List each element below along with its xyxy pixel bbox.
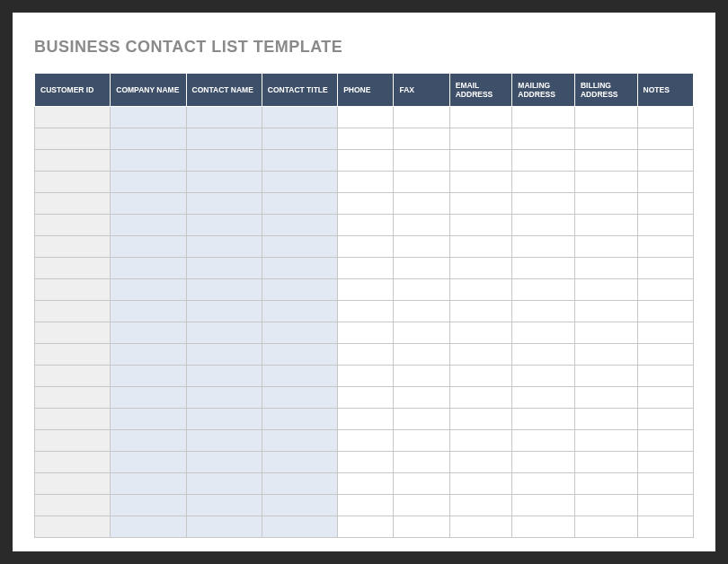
table-cell[interactable] xyxy=(449,409,512,430)
table-cell[interactable] xyxy=(394,107,449,128)
table-cell[interactable] xyxy=(449,430,512,452)
table-cell[interactable] xyxy=(111,409,186,430)
table-cell[interactable] xyxy=(186,215,262,236)
table-cell[interactable] xyxy=(394,128,449,150)
table-cell[interactable] xyxy=(449,366,512,387)
table-cell[interactable] xyxy=(574,215,637,236)
table-cell[interactable] xyxy=(262,258,337,279)
table-cell[interactable] xyxy=(512,107,575,128)
table-cell[interactable] xyxy=(262,452,337,473)
table-cell[interactable] xyxy=(338,430,394,452)
table-cell[interactable] xyxy=(186,236,262,258)
table-cell[interactable] xyxy=(637,279,693,301)
table-cell[interactable] xyxy=(449,279,512,301)
table-cell[interactable] xyxy=(262,107,337,128)
table-cell[interactable] xyxy=(449,215,512,236)
table-cell[interactable] xyxy=(449,452,512,473)
table-cell[interactable] xyxy=(262,516,337,538)
table-cell[interactable] xyxy=(35,128,111,150)
table-cell[interactable] xyxy=(338,258,394,279)
table-cell[interactable] xyxy=(35,150,111,172)
table-cell[interactable] xyxy=(186,193,262,215)
table-cell[interactable] xyxy=(338,452,394,473)
table-cell[interactable] xyxy=(35,452,111,473)
table-cell[interactable] xyxy=(637,516,693,538)
table-cell[interactable] xyxy=(111,452,186,473)
table-cell[interactable] xyxy=(262,215,337,236)
table-cell[interactable] xyxy=(338,193,394,215)
table-cell[interactable] xyxy=(186,301,262,322)
table-cell[interactable] xyxy=(449,473,512,495)
table-cell[interactable] xyxy=(637,366,693,387)
table-cell[interactable] xyxy=(111,322,186,344)
table-cell[interactable] xyxy=(574,473,637,495)
table-cell[interactable] xyxy=(574,279,637,301)
table-cell[interactable] xyxy=(262,236,337,258)
table-cell[interactable] xyxy=(394,215,449,236)
table-cell[interactable] xyxy=(394,301,449,322)
table-cell[interactable] xyxy=(111,430,186,452)
table-cell[interactable] xyxy=(449,495,512,516)
table-cell[interactable] xyxy=(637,322,693,344)
table-cell[interactable] xyxy=(111,128,186,150)
table-cell[interactable] xyxy=(111,366,186,387)
table-cell[interactable] xyxy=(262,301,337,322)
table-cell[interactable] xyxy=(186,322,262,344)
table-cell[interactable] xyxy=(262,387,337,409)
table-cell[interactable] xyxy=(338,150,394,172)
table-cell[interactable] xyxy=(512,387,575,409)
table-cell[interactable] xyxy=(449,344,512,366)
table-cell[interactable] xyxy=(637,107,693,128)
table-cell[interactable] xyxy=(338,387,394,409)
table-cell[interactable] xyxy=(111,344,186,366)
table-cell[interactable] xyxy=(35,301,111,322)
table-cell[interactable] xyxy=(186,409,262,430)
table-cell[interactable] xyxy=(637,172,693,193)
table-cell[interactable] xyxy=(449,150,512,172)
table-cell[interactable] xyxy=(338,301,394,322)
table-cell[interactable] xyxy=(338,215,394,236)
table-cell[interactable] xyxy=(637,128,693,150)
table-cell[interactable] xyxy=(338,279,394,301)
table-cell[interactable] xyxy=(574,366,637,387)
table-cell[interactable] xyxy=(637,473,693,495)
table-cell[interactable] xyxy=(111,495,186,516)
table-cell[interactable] xyxy=(574,409,637,430)
table-cell[interactable] xyxy=(111,301,186,322)
table-cell[interactable] xyxy=(111,258,186,279)
table-cell[interactable] xyxy=(262,495,337,516)
table-cell[interactable] xyxy=(394,258,449,279)
table-cell[interactable] xyxy=(512,258,575,279)
table-cell[interactable] xyxy=(111,236,186,258)
table-cell[interactable] xyxy=(574,452,637,473)
table-cell[interactable] xyxy=(262,172,337,193)
table-cell[interactable] xyxy=(262,128,337,150)
table-cell[interactable] xyxy=(394,236,449,258)
table-cell[interactable] xyxy=(186,107,262,128)
table-cell[interactable] xyxy=(449,128,512,150)
table-cell[interactable] xyxy=(449,172,512,193)
table-cell[interactable] xyxy=(574,344,637,366)
table-cell[interactable] xyxy=(449,193,512,215)
table-cell[interactable] xyxy=(338,172,394,193)
table-cell[interactable] xyxy=(186,495,262,516)
table-cell[interactable] xyxy=(111,150,186,172)
table-cell[interactable] xyxy=(449,107,512,128)
table-cell[interactable] xyxy=(111,473,186,495)
table-cell[interactable] xyxy=(35,473,111,495)
table-cell[interactable] xyxy=(35,430,111,452)
table-cell[interactable] xyxy=(338,322,394,344)
table-cell[interactable] xyxy=(637,409,693,430)
table-cell[interactable] xyxy=(35,236,111,258)
table-cell[interactable] xyxy=(111,215,186,236)
table-cell[interactable] xyxy=(338,473,394,495)
table-cell[interactable] xyxy=(637,344,693,366)
table-cell[interactable] xyxy=(338,495,394,516)
table-cell[interactable] xyxy=(35,193,111,215)
table-cell[interactable] xyxy=(186,516,262,538)
table-cell[interactable] xyxy=(512,366,575,387)
table-cell[interactable] xyxy=(574,150,637,172)
table-cell[interactable] xyxy=(512,215,575,236)
table-cell[interactable] xyxy=(262,344,337,366)
table-cell[interactable] xyxy=(35,516,111,538)
